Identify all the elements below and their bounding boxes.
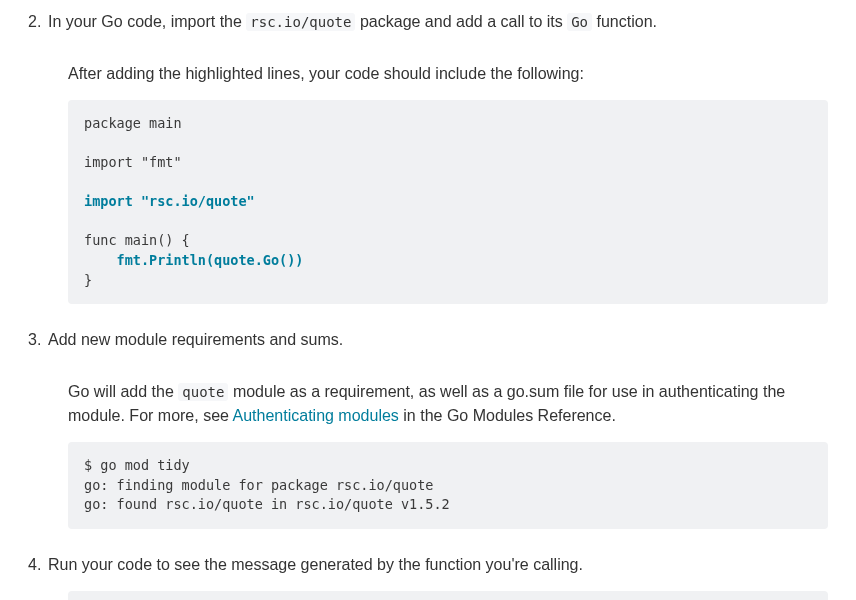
inline-code-go: Go (567, 13, 592, 31)
code-line: package main (84, 115, 182, 131)
step-3-text: Add new module requirements and sums. (48, 331, 343, 348)
inline-code-quote: quote (178, 383, 228, 401)
instruction-list: In your Go code, import the rsc.io/quote… (28, 10, 828, 600)
step-2-text-part2: package and add a call to its (355, 13, 567, 30)
step-2-subtext: After adding the highlighted lines, your… (68, 62, 828, 86)
code-line: func main() { (84, 232, 190, 248)
code-line-highlight: fmt.Println(quote.Go()) (117, 252, 304, 268)
code-block-go-mod-tidy: $ go mod tidy go: finding module for pac… (68, 442, 828, 529)
step-3: Add new module requirements and sums. Go… (28, 328, 828, 529)
code-indent (84, 252, 117, 268)
code-line: } (84, 272, 92, 288)
step-4: Run your code to see the message generat… (28, 553, 828, 600)
code-line-highlight: import "rsc.io/quote" (84, 193, 255, 209)
code-block-go-source: package main import "fmt" import "rsc.io… (68, 100, 828, 304)
inline-code-rsc-quote: rsc.io/quote (246, 13, 355, 31)
code-block-go-run: $ go run . Don't communicate by sharing … (68, 591, 828, 600)
step-2: In your Go code, import the rsc.io/quote… (28, 10, 828, 304)
step-4-text: Run your code to see the message generat… (48, 556, 583, 573)
step-3-subtext: Go will add the quote module as a requir… (68, 380, 828, 428)
step-3-subtext-part1: Go will add the (68, 383, 178, 400)
step-2-text-part1: In your Go code, import the (48, 13, 246, 30)
step-2-text-part3: function. (592, 13, 657, 30)
code-line: import "fmt" (84, 154, 182, 170)
step-2-text: In your Go code, import the rsc.io/quote… (48, 13, 657, 30)
link-authenticating-modules[interactable]: Authenticating modules (233, 407, 399, 424)
step-3-subtext-part3: in the Go Modules Reference. (399, 407, 616, 424)
